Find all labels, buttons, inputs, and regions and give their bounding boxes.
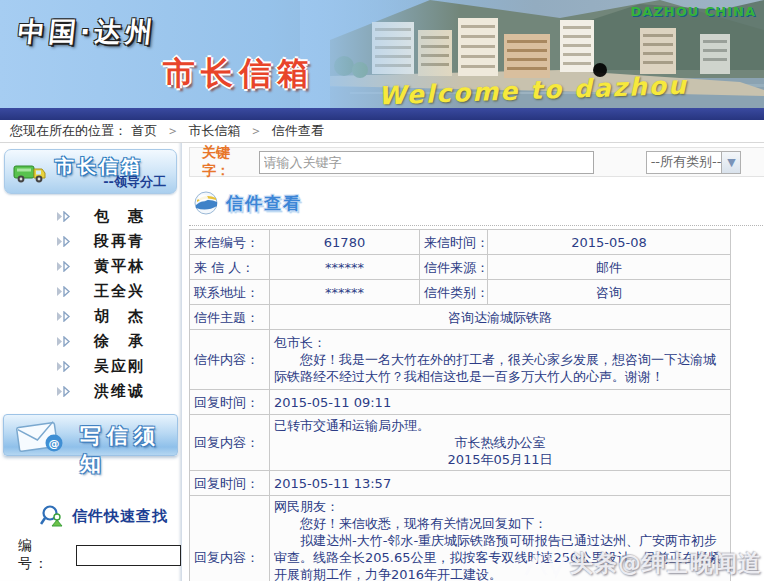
reply1-sign-date: 2015年05月11日 [274, 451, 726, 468]
sidebar-item-leader-5[interactable]: 胡 杰 [0, 304, 181, 329]
envelope-at-icon: @ [16, 421, 68, 453]
sidebar-item-leader-8[interactable]: 洪维诚 [0, 379, 181, 404]
section-title: 信件查看 [226, 192, 302, 215]
reply1-line: 已转市交通和运输局办理。 [274, 417, 726, 434]
breadcrumb-label: 您现在所在的位置： [10, 123, 127, 138]
letter-id-row: 编 号： [18, 537, 181, 573]
chevron-down-icon[interactable]: ▼ [721, 152, 740, 173]
svg-text:@: @ [49, 437, 60, 450]
double-arrow-icon [56, 361, 72, 372]
letter-table: 来信编号： 61780 来信时间： 2015-05-08 来 信 人： ****… [189, 229, 731, 581]
navy-divider-strip [0, 108, 764, 120]
dazhou-china-tagline: DAZHOU CHINA [631, 4, 757, 19]
reply2-time-value: 2015-05-11 13:57 [270, 471, 731, 496]
mail-truck-icon [12, 158, 48, 186]
quick-find-title: 信件快速查找 [72, 507, 168, 526]
sidebar: 市长信箱 --领导分工 包 惠 段再青 黄平林 王全兴 [0, 143, 182, 581]
sidebar-item-leader-7[interactable]: 吴应刚 [0, 354, 181, 379]
write-letter-notice-button[interactable]: @ 写信须知 [3, 414, 178, 456]
source-label: 信件来源： [420, 255, 488, 280]
header-banner: 中国·达州 市长信箱 Welcome to dazhou DAZHOU CHIN… [0, 0, 764, 108]
address-label: 联系地址： [190, 280, 270, 305]
mayor-mailbox-logo: 市长信箱 [163, 52, 315, 96]
content-line: 包市长： [274, 334, 726, 351]
category-label: 信件类别： [420, 280, 488, 305]
quick-find-title-row: 信件快速查找 [0, 504, 181, 528]
reply2-line: 拟建达州-大竹-邻水-重庆城际铁路预可研报告已通过达州、广安两市初步审查。线路全… [274, 532, 726, 581]
content-label: 信件内容： [190, 330, 270, 390]
content-value: 包市长： 您好！我是一名大竹在外的打工者，很关心家乡发展，想咨询一下达渝城际铁路… [270, 330, 731, 390]
breadcrumb-home[interactable]: 首页 [131, 123, 157, 138]
page: 中国·达州 市长信箱 Welcome to dazhou DAZHOU CHIN… [0, 0, 764, 581]
leader-nav-list: 包 惠 段再青 黄平林 王全兴 胡 杰 [0, 198, 181, 404]
sender-label: 来 信 人： [190, 255, 270, 280]
sidebar-item-leader-4[interactable]: 王全兴 [0, 279, 181, 304]
reply2-label: 回复内容： [190, 496, 270, 581]
breadcrumb-letter-view[interactable]: 信件查看 [272, 123, 324, 138]
breadcrumb-separator: ＞ [161, 123, 184, 138]
leader-name: 胡 杰 [94, 307, 145, 326]
leader-name: 黄平林 [94, 257, 145, 276]
leader-name: 吴应刚 [94, 357, 145, 376]
category-selected-value: --所有类别-- [647, 153, 722, 171]
letter-table-wrap: 来信编号： 61780 来信时间： 2015-05-08 来 信 人： ****… [189, 225, 764, 581]
table-row: 信件内容： 包市长： 您好！我是一名大竹在外的打工者，很关心家乡发展，想咨询一下… [190, 330, 731, 390]
reply1-signature: 市长热线办公室 [274, 434, 726, 451]
sidebar-item-leader-2[interactable]: 段再青 [0, 229, 181, 254]
subject-label: 信件主题： [190, 305, 270, 330]
site-name: 中国·达州 [16, 14, 158, 50]
reply2-time-label: 回复时间： [190, 471, 270, 496]
double-arrow-icon [56, 386, 72, 397]
content-area: 市长信箱 --领导分工 包 惠 段再青 黄平林 王全兴 [0, 143, 764, 581]
reply2-value: 网民朋友： 您好！来信收悉，现将有关情况回复如下： 拟建达州-大竹-邻水-重庆城… [270, 496, 731, 581]
sidebar-header: 市长信箱 --领导分工 [4, 149, 177, 194]
breadcrumb: 您现在所在的位置： 首页 ＞ 市长信箱 ＞ 信件查看 [0, 120, 764, 143]
double-arrow-icon [56, 311, 72, 322]
category-select[interactable]: --所有类别-- ▼ [646, 151, 742, 174]
double-arrow-icon [56, 261, 72, 272]
double-arrow-icon [56, 336, 72, 347]
search-person-icon [40, 504, 66, 528]
reply1-time-label: 回复时间： [190, 390, 270, 415]
table-row: 回复时间： 2015-05-11 09:11 [190, 390, 731, 415]
leader-name: 包 惠 [94, 207, 145, 226]
main-panel: 关键字： --所有类别-- ▼ 搜 索 信件查看 [182, 143, 764, 581]
source-value: 邮件 [488, 255, 731, 280]
breadcrumb-mayor-mailbox[interactable]: 市长信箱 [188, 123, 240, 138]
reply1-label: 回复内容： [190, 415, 270, 471]
address-value: ****** [270, 280, 420, 305]
leader-name: 洪维诚 [94, 382, 145, 401]
subject-value: 咨询达渝城际铁路 [270, 305, 731, 330]
letter-time-value: 2015-05-08 [488, 230, 731, 255]
keyword-input[interactable] [259, 151, 594, 174]
category-value: 咨询 [488, 280, 731, 305]
sidebar-item-leader-1[interactable]: 包 惠 [0, 204, 181, 229]
table-row: 来信编号： 61780 来信时间： 2015-05-08 [190, 230, 731, 255]
reply1-value: 已转市交通和运输局办理。 市长热线办公室 2015年05月11日 [270, 415, 731, 471]
globe-icon [193, 190, 219, 216]
sidebar-item-leader-3[interactable]: 黄平林 [0, 254, 181, 279]
table-row: 回复内容： 已转市交通和运输局办理。 市长热线办公室 2015年05月11日 [190, 415, 731, 471]
keyword-search-bar: 关键字： --所有类别-- ▼ 搜 索 [189, 147, 764, 177]
letter-no-value: 61780 [270, 230, 420, 255]
letter-id-label: 编 号： [18, 537, 76, 573]
content-line: 您好！我是一名大竹在外的打工者，很关心家乡发展，想咨询一下达渝城际铁路经不经过大… [274, 351, 726, 385]
write-letter-notice-label: 写信须知 [80, 422, 177, 478]
sidebar-item-leader-6[interactable]: 徐 承 [0, 329, 181, 354]
keyword-label: 关键字： [202, 144, 255, 180]
reply2-line: 您好！来信收悉，现将有关情况回复如下： [274, 515, 726, 532]
double-arrow-icon [56, 286, 72, 297]
quick-find-panel: 信件快速查找 编 号： 密 码： 查 询 重 置 [0, 504, 181, 581]
reply2-line: 网民朋友： [274, 498, 726, 515]
leader-name: 徐 承 [94, 332, 145, 351]
leader-name: 段再青 [94, 232, 145, 251]
letter-time-label: 来信时间： [420, 230, 488, 255]
double-arrow-icon [56, 236, 72, 247]
reply1-time-value: 2015-05-11 09:11 [270, 390, 731, 415]
section-title-row: 信件查看 [193, 190, 764, 216]
table-row: 来 信 人： ****** 信件来源： 邮件 [190, 255, 731, 280]
sender-value: ****** [270, 255, 420, 280]
letter-id-input[interactable] [76, 545, 181, 566]
letter-no-label: 来信编号： [190, 230, 270, 255]
breadcrumb-separator: ＞ [245, 123, 268, 138]
